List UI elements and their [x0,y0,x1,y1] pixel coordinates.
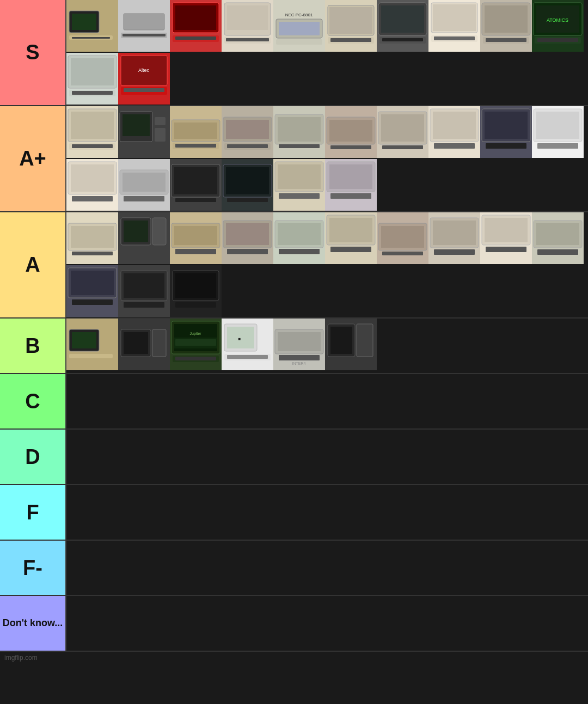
svg-rect-162 [485,218,528,242]
svg-rect-3 [69,35,113,40]
svg-rect-210 [357,324,373,357]
tier-fminus-text: F- [23,556,42,580]
svg-rect-127 [330,193,371,199]
svg-rect-116 [222,159,273,211]
tier-item [66,159,118,211]
svg-text:Altec: Altec [138,68,150,73]
svg-rect-118 [226,167,269,194]
svg-rect-4 [72,37,110,39]
svg-rect-102 [536,112,579,139]
svg-rect-161 [482,215,530,245]
svg-rect-52 [71,58,114,85]
tier-d-content [65,430,588,484]
svg-rect-90 [381,114,424,142]
svg-rect-131 [72,252,113,255]
svg-rect-126 [329,164,372,189]
svg-rect-200 [224,354,271,360]
svg-rect-68 [155,117,166,125]
svg-rect-179 [175,302,216,308]
tier-item [118,0,170,52]
tier-dontknow-content [65,596,588,651]
tier-item [66,106,118,158]
svg-rect-56 [121,56,167,85]
svg-rect-37 [431,35,477,42]
tier-item [118,159,170,211]
tier-item [428,212,480,264]
svg-rect-39 [480,0,532,52]
svg-rect-101 [534,109,582,142]
tier-item [66,212,118,264]
tier-item [273,212,325,264]
tier-c-content [65,374,588,428]
svg-rect-35 [431,3,477,33]
svg-rect-181 [69,329,99,351]
svg-rect-96 [480,106,532,158]
tier-item [170,0,222,52]
svg-rect-44 [532,0,584,52]
svg-rect-55 [118,53,170,105]
svg-rect-33 [382,38,423,41]
svg-rect-167 [537,249,578,255]
tier-row-b: B [0,319,588,374]
svg-rect-42 [483,37,529,44]
svg-rect-146 [278,223,321,245]
svg-rect-94 [433,112,476,139]
svg-rect-75 [222,106,273,158]
svg-rect-173 [121,271,167,301]
tier-row-c: C [0,374,588,430]
svg-rect-83 [279,144,320,148]
tier-label-d: D [0,430,65,484]
tier-row-dontknow: Don't know... [0,596,588,652]
svg-rect-144 [273,212,325,264]
svg-rect-125 [327,162,375,192]
tier-label-dontknow: Don't know... [0,596,65,651]
svg-rect-53 [69,90,115,96]
svg-rect-71 [171,120,220,142]
svg-rect-189 [171,321,220,354]
svg-rect-197 [224,324,257,351]
tier-item [428,106,480,158]
tier-f-text: F [26,501,39,524]
tier-item [118,212,170,264]
svg-rect-124 [325,159,377,211]
svg-text:INTER4: INTER4 [292,362,306,365]
svg-rect-69 [155,128,166,142]
svg-rect-137 [171,223,220,248]
svg-rect-65 [118,106,170,158]
tier-item [377,212,428,264]
svg-rect-129 [68,223,117,250]
svg-rect-145 [275,221,323,248]
tier-item: ■ [222,319,273,370]
svg-rect-34 [428,0,480,52]
svg-text:■: ■ [238,336,241,341]
tier-label-a: A [0,212,65,317]
svg-rect-122 [278,164,321,189]
tier-item [170,212,222,264]
tier-item [428,0,480,52]
svg-rect-209 [330,327,352,354]
svg-rect-130 [71,226,114,248]
svg-rect-185 [121,329,151,357]
svg-rect-113 [171,164,220,197]
tier-item [170,159,222,211]
svg-rect-135 [152,218,166,245]
svg-rect-2 [72,14,96,30]
tier-label-f: F [0,485,65,540]
svg-rect-150 [329,218,372,242]
svg-rect-30 [378,3,427,35]
tier-item [325,319,377,370]
tier-item: INTER4 [273,319,325,370]
svg-rect-115 [175,198,216,202]
tier-c-text: C [25,390,40,413]
svg-rect-17 [224,37,271,44]
svg-rect-152 [377,212,428,264]
svg-rect-70 [170,106,222,158]
svg-rect-13 [175,36,216,40]
svg-rect-77 [226,120,269,139]
svg-rect-81 [275,114,323,144]
svg-rect-82 [278,117,321,142]
svg-rect-114 [174,167,217,194]
svg-rect-89 [378,112,427,144]
svg-rect-159 [434,249,475,255]
svg-text:Jupiter: Jupiter [189,332,201,336]
